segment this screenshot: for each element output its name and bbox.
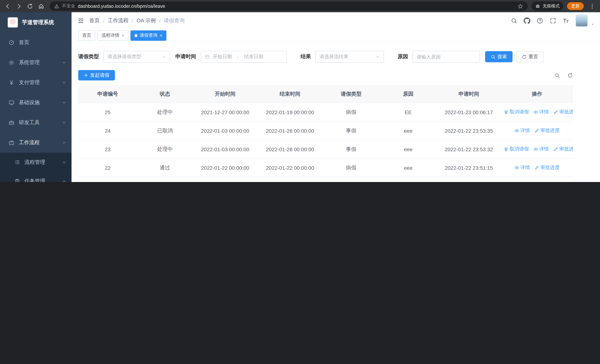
create-leave-button[interactable]: 发起请假	[78, 70, 115, 80]
op-label: 审批进度	[559, 146, 573, 152]
table-cell: 21	[78, 177, 137, 182]
end-date-placeholder: 结束日期	[244, 53, 263, 60]
chevron-down-icon	[62, 101, 66, 105]
breadcrumb-item[interactable]: 首页	[89, 17, 100, 24]
breadcrumb: 首页/工作流程/OA 示例/请假查询	[89, 17, 185, 24]
sidebar-item-payment[interactable]: 支付管理	[0, 73, 72, 93]
chevron-down-icon	[62, 60, 66, 65]
table-cell: 病假	[322, 177, 380, 182]
monitor-icon	[9, 100, 14, 106]
table-cell: 2022-01-26 00:00:00	[258, 121, 322, 140]
close-icon[interactable]: ×	[122, 33, 124, 38]
github-icon[interactable]	[524, 17, 530, 24]
sidebar-item-process-mgmt[interactable]: 流程管理	[0, 153, 72, 172]
url-bar[interactable]: 不安全 dashboard.yudao.iocoder.cn/bpm/oa/le…	[50, 1, 528, 11]
tab-label: 请假查询	[140, 32, 158, 38]
col-header-type: 请假类型	[322, 85, 380, 103]
sidebar-item-label: 支付管理	[19, 79, 40, 86]
sidebar-item-label: 基础设施	[19, 99, 40, 106]
tab-home[interactable]: 首页	[78, 30, 95, 41]
leave-type-select[interactable]: 请选择请假类型	[103, 51, 170, 63]
approval-progress-link[interactable]: 审批进度	[534, 164, 560, 171]
search-button[interactable]: 搜索	[485, 51, 513, 62]
briefcase-icon	[9, 140, 14, 146]
reset-button-label: 重置	[528, 53, 538, 60]
logo[interactable]: 芋道管理系统	[0, 12, 72, 33]
approval-progress-link[interactable]: 审批进度	[553, 109, 573, 115]
table-cell: 2021-12-27 00:00:00	[193, 103, 258, 121]
reload-icon[interactable]	[25, 1, 35, 11]
chevron-down-icon	[375, 55, 380, 59]
tab-process-detail[interactable]: 流程详情 ×	[97, 30, 128, 41]
cancel-leave-link[interactable]: 取消请假	[504, 109, 529, 115]
avatar[interactable]	[576, 14, 588, 27]
table-header: 申请编号 状态 开始时间 结束时间 请假类型 原因 申请时间 操作	[78, 85, 573, 103]
search-toggle-icon[interactable]	[554, 73, 560, 78]
close-icon[interactable]: ×	[160, 33, 162, 38]
table-row: 21处理中2022-01-22 00:00:002022-01-23 00:00…	[78, 177, 573, 182]
cancel-leave-link[interactable]: 取消请假	[504, 146, 529, 152]
search-icon[interactable]	[511, 17, 517, 24]
forward-icon[interactable]	[14, 1, 24, 11]
main-content: 请假类型 请选择请假类型 申请时间 开始日期 - 结束日期 结果 请选择流结果 …	[72, 42, 600, 182]
sidebar-item-infra[interactable]: 基础设施	[0, 93, 72, 113]
sidebar-item-devtools[interactable]: 研发工具	[0, 113, 72, 133]
filter-form: 请假类型 请选择请假类型 申请时间 开始日期 - 结束日期 结果 请选择流结果 …	[78, 51, 573, 63]
calendar-icon	[205, 54, 210, 59]
detail-link[interactable]: 详情	[514, 164, 530, 171]
dashboard-icon	[9, 40, 14, 46]
sidebar-item-task-mgmt[interactable]: 任务管理	[0, 172, 72, 182]
chevron-down-icon	[162, 55, 166, 59]
fullscreen-icon[interactable]	[550, 17, 556, 24]
sidebar-item-system[interactable]: 系统管理	[0, 53, 72, 73]
table-cell: 24	[78, 121, 137, 140]
approval-progress-link[interactable]: 审批进度	[534, 127, 560, 134]
col-header-reason: 原因	[380, 85, 437, 103]
detail-link[interactable]: 详情	[514, 127, 530, 134]
refresh-icon[interactable]	[567, 73, 573, 78]
table-cell: eee	[380, 159, 437, 177]
font-size-icon[interactable]	[562, 17, 569, 24]
reset-button[interactable]: 重置	[516, 51, 544, 62]
trash-icon	[504, 110, 508, 114]
detail-link[interactable]: 详情	[533, 109, 549, 115]
apply-time-range-picker[interactable]: 开始日期 - 结束日期	[200, 51, 287, 63]
browser-menu-icon[interactable]	[587, 1, 597, 11]
op-label: 审批进度	[540, 127, 560, 134]
menu-fold-icon[interactable]	[77, 17, 84, 24]
security-label[interactable]: 不安全	[62, 3, 75, 9]
tab-label: 首页	[82, 32, 91, 38]
sidebar-item-workflow[interactable]: 工作流程	[0, 133, 72, 153]
caret-down-icon	[591, 23, 594, 26]
home-icon[interactable]	[36, 1, 46, 11]
logo-title: 芋道管理系统	[22, 19, 54, 26]
result-select[interactable]: 请选择流结果	[315, 51, 384, 63]
app-header: 首页/工作流程/OA 示例/请假查询	[72, 12, 600, 29]
approval-progress-link[interactable]: 审批进度	[553, 146, 573, 152]
header-actions	[511, 14, 594, 27]
reason-input[interactable]	[412, 51, 480, 63]
table-cell: EEE	[380, 177, 437, 182]
select-placeholder: 请选择流结果	[319, 53, 348, 60]
row-ops: 详情审批进度	[501, 159, 573, 177]
screen: 不安全 dashboard.yudao.iocoder.cn/bpm/oa/le…	[0, 0, 600, 182]
op-label: 详情	[520, 164, 530, 171]
sidebar-item-label: 系统管理	[19, 59, 40, 66]
plus-icon	[84, 73, 88, 77]
breadcrumb-item[interactable]: OA 示例	[137, 17, 156, 24]
back-icon[interactable]	[3, 1, 13, 11]
tab-leave-query[interactable]: 请假查询 ×	[131, 30, 166, 41]
table-row: 25处理中2021-12-27 00:00:002022-01-19 00:00…	[78, 103, 573, 121]
update-button[interactable]: 更新	[567, 2, 584, 10]
breadcrumb-item[interactable]: 工作流程	[108, 17, 129, 24]
url-text[interactable]: dashboard.yudao.iocoder.cn/bpm/oa/leave	[78, 3, 515, 9]
sidebar-item-home[interactable]: 首页	[0, 33, 72, 53]
sidebar: 芋道管理系统 首页 系统管理 支付管理 基础设施 研发工具 工作流	[0, 12, 72, 182]
table-cell: 2022-01-22 23:49:46	[437, 177, 501, 182]
detail-link[interactable]: 详情	[533, 146, 549, 152]
help-icon[interactable]	[537, 17, 543, 24]
bookmark-star-icon[interactable]	[517, 3, 523, 9]
sidebar-submenu-workflow: 流程管理 任务管理 我的流程 待办任务 已办任务 请	[0, 153, 72, 182]
trash-icon	[504, 147, 508, 152]
table-cell: 25	[78, 103, 137, 121]
